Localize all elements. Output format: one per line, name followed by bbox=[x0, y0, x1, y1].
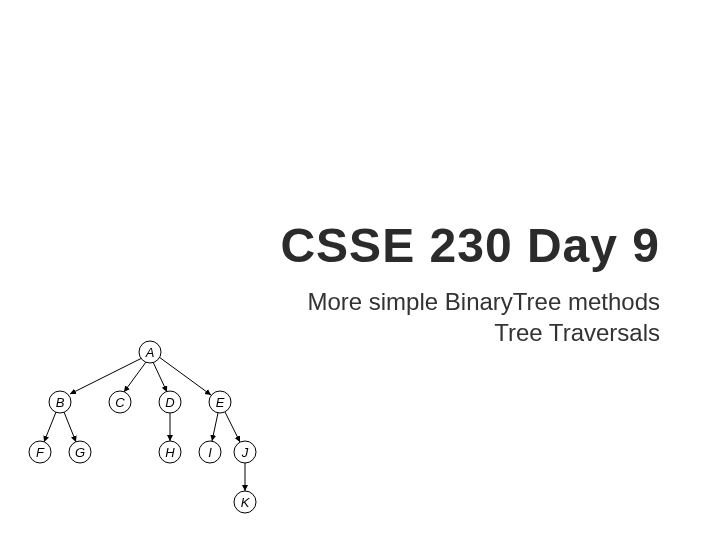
svg-text:G: G bbox=[75, 445, 85, 460]
svg-text:C: C bbox=[115, 395, 125, 410]
node-k: K bbox=[234, 491, 256, 513]
node-c: C bbox=[109, 391, 131, 413]
svg-text:B: B bbox=[56, 395, 65, 410]
edge-a-e bbox=[159, 357, 211, 395]
node-d: D bbox=[159, 391, 181, 413]
edge-a-d bbox=[153, 362, 167, 392]
node-e: E bbox=[209, 391, 231, 413]
node-a: A bbox=[139, 341, 161, 363]
svg-text:J: J bbox=[241, 445, 249, 460]
node-b: B bbox=[49, 391, 71, 413]
edge-b-g bbox=[64, 412, 76, 442]
svg-text:K: K bbox=[241, 495, 251, 510]
subtitle-line-1: More simple BinaryTree methods bbox=[307, 286, 660, 317]
edge-e-i bbox=[212, 413, 218, 441]
edge-e-j bbox=[225, 412, 240, 442]
node-i: I bbox=[199, 441, 221, 463]
svg-text:E: E bbox=[216, 395, 225, 410]
slide-title: CSSE 230 Day 9 bbox=[280, 218, 660, 273]
edge-a-c bbox=[124, 362, 146, 392]
svg-text:H: H bbox=[165, 445, 175, 460]
tree-svg: A B C D E F G bbox=[20, 332, 260, 517]
node-h: H bbox=[159, 441, 181, 463]
svg-text:A: A bbox=[145, 345, 155, 360]
subtitle-line-2: Tree Traversals bbox=[307, 317, 660, 348]
svg-text:I: I bbox=[208, 445, 212, 460]
node-g: G bbox=[69, 441, 91, 463]
slide-subtitle: More simple BinaryTree methods Tree Trav… bbox=[307, 286, 660, 348]
svg-text:D: D bbox=[165, 395, 174, 410]
node-j: J bbox=[234, 441, 256, 463]
slide: CSSE 230 Day 9 More simple BinaryTree me… bbox=[0, 0, 720, 540]
svg-text:F: F bbox=[36, 445, 45, 460]
edge-a-b bbox=[70, 358, 142, 394]
tree-diagram: A B C D E F G bbox=[20, 332, 260, 517]
node-f: F bbox=[29, 441, 51, 463]
edge-b-f bbox=[44, 412, 56, 442]
